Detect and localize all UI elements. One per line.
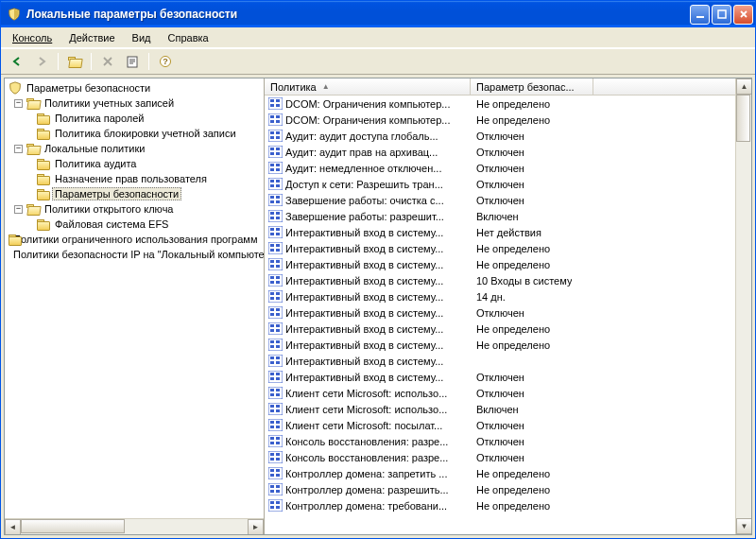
svg-rect-52 bbox=[268, 242, 283, 254]
svg-rect-119 bbox=[276, 453, 280, 456]
scroll-track[interactable] bbox=[736, 95, 751, 518]
policy-name: Интерактивный вход в систему... bbox=[285, 356, 471, 367]
menu-help[interactable]: Справка bbox=[161, 29, 216, 46]
properties-button[interactable] bbox=[122, 51, 143, 72]
tree-root[interactable]: Параметры безопасности bbox=[7, 80, 264, 96]
scroll-down-button[interactable]: ▼ bbox=[736, 518, 751, 534]
tree-software-restriction[interactable]: Политики ограниченного использования про… bbox=[7, 232, 264, 247]
list-row[interactable]: Интерактивный вход в систему...Нет дейст… bbox=[265, 224, 751, 240]
list-row[interactable]: Аудит: аудит доступа глобаль...Отключен bbox=[265, 128, 751, 144]
tree-public-key[interactable]: − Политики открытого ключа bbox=[7, 201, 264, 217]
list-pane: Политика ▲ Параметр безопас... DCOM: Огр… bbox=[265, 78, 751, 534]
svg-rect-94 bbox=[276, 373, 280, 375]
scroll-thumb[interactable] bbox=[21, 519, 125, 533]
scroll-left-button[interactable]: ◄ bbox=[5, 519, 21, 534]
svg-rect-135 bbox=[270, 506, 274, 509]
policy-name: Интерактивный вход в систему... bbox=[285, 291, 471, 303]
list-row[interactable]: Интерактивный вход в систему...Не опреде… bbox=[265, 240, 751, 256]
menu-console[interactable]: Консоль bbox=[5, 29, 60, 46]
list-row[interactable]: Контроллер домена: требовани...Не опреде… bbox=[265, 497, 751, 513]
nav-tree[interactable]: Параметры безопасности − Политики учетны… bbox=[5, 78, 264, 518]
collapse-icon[interactable]: − bbox=[14, 145, 23, 153]
list-row[interactable]: Интерактивный вход в систему...Отключен bbox=[265, 304, 751, 321]
svg-rect-16 bbox=[276, 120, 280, 123]
list-row[interactable]: Контроллер домена: разрешить...Не опреде… bbox=[265, 481, 751, 497]
column-policy[interactable]: Политика ▲ bbox=[265, 78, 471, 95]
list-row[interactable]: Аудит: немедленное отключен...Отключен bbox=[265, 160, 751, 176]
tree-user-rights[interactable]: Назначение прав пользователя bbox=[7, 171, 264, 186]
tree-lockout-policy[interactable]: Политика блокировки учетной записи bbox=[7, 126, 264, 141]
tree-audit-policy[interactable]: Политика аудита bbox=[7, 156, 264, 171]
svg-rect-132 bbox=[268, 499, 283, 512]
list-row[interactable]: Доступ к сети: Разрешить тран...Отключен bbox=[265, 176, 751, 192]
tree-account-policies[interactable]: − Политики учетных записей bbox=[7, 96, 264, 111]
list-row[interactable]: Контроллер домена: запретить ...Не опред… bbox=[265, 465, 751, 481]
back-button[interactable] bbox=[7, 51, 27, 72]
menu-view[interactable]: Вид bbox=[125, 29, 159, 46]
scroll-track[interactable] bbox=[21, 519, 248, 534]
svg-rect-61 bbox=[276, 265, 280, 268]
tree-horizontal-scrollbar[interactable]: ◄ ► bbox=[5, 518, 264, 534]
list-body[interactable]: DCOM: Ограничения компьютер...Не определ… bbox=[265, 96, 751, 534]
policy-icon bbox=[267, 322, 283, 337]
list-row[interactable]: DCOM: Ограничения компьютер...Не определ… bbox=[265, 96, 751, 112]
svg-rect-65 bbox=[270, 281, 274, 284]
column-setting[interactable]: Параметр безопас... bbox=[471, 78, 593, 95]
svg-rect-117 bbox=[268, 451, 283, 463]
tree-local-policies[interactable]: − Локальные политики bbox=[7, 141, 264, 156]
list-vertical-scrollbar[interactable]: ▲ ▼ bbox=[735, 78, 751, 534]
policy-icon bbox=[267, 466, 283, 481]
scroll-thumb[interactable] bbox=[736, 95, 750, 142]
list-row[interactable]: Аудит: аудит прав на архивац...Отключен bbox=[265, 144, 751, 160]
scroll-right-button[interactable]: ► bbox=[248, 519, 264, 534]
list-row[interactable]: Клиент сети Microsoft: использо...Включе… bbox=[265, 401, 751, 417]
list-row[interactable]: Завершение работы: разрешит...Включен bbox=[265, 208, 751, 224]
list-row[interactable]: Клиент сети Microsoft: использо...Отключ… bbox=[265, 385, 751, 401]
help-button[interactable]: ? bbox=[155, 51, 176, 72]
policy-name: Завершение работы: разрешит... bbox=[285, 211, 471, 222]
tree-efs[interactable]: Файловая система EFS bbox=[7, 217, 264, 232]
list-row[interactable]: Интерактивный вход в систему...Отключен bbox=[265, 369, 751, 385]
policy-value: Не определено bbox=[471, 468, 550, 479]
policy-value: Отключен bbox=[471, 372, 524, 383]
tree-security-options[interactable]: Параметры безопасности bbox=[7, 186, 264, 201]
list-row[interactable]: Завершение работы: очистка с...Отключен bbox=[265, 192, 751, 208]
list-row[interactable]: Интерактивный вход в систему...10 Входы … bbox=[265, 272, 751, 288]
list-row[interactable]: Интерактивный вход в систему...14 дн. bbox=[265, 288, 751, 304]
scroll-up-button[interactable]: ▲ bbox=[736, 78, 751, 95]
list-row[interactable]: Консоль восстановления: разре...Отключен bbox=[265, 449, 751, 465]
titlebar[interactable]: Локальные параметры безопасности bbox=[1, 1, 755, 27]
svg-rect-1 bbox=[718, 10, 726, 18]
close-button[interactable] bbox=[733, 5, 753, 25]
list-row[interactable]: Интерактивный вход в систему...Не опреде… bbox=[265, 337, 751, 353]
list-row[interactable]: DCOM: Ограничения компьютер...Не определ… bbox=[265, 112, 751, 128]
forward-button[interactable] bbox=[31, 51, 52, 72]
list-row[interactable]: Интерактивный вход в систему...Не опреде… bbox=[265, 321, 751, 337]
list-row[interactable]: Консоль восстановления: разре...Отключен bbox=[265, 433, 751, 449]
svg-rect-110 bbox=[270, 426, 274, 428]
tree-pane: Параметры безопасности − Политики учетны… bbox=[5, 78, 265, 534]
minimize-button[interactable] bbox=[690, 5, 710, 25]
menu-action[interactable]: Действие bbox=[61, 29, 122, 46]
list-row[interactable]: Интерактивный вход в систему...Не опреде… bbox=[265, 256, 751, 272]
folder-icon bbox=[37, 113, 50, 124]
list-row[interactable]: Клиент сети Microsoft: посылат...Отключе… bbox=[265, 417, 751, 433]
tree-ipsec[interactable]: Политики безопасности IP на "Локальный к… bbox=[7, 247, 264, 262]
collapse-icon[interactable]: − bbox=[14, 205, 23, 214]
list-row[interactable]: Интерактивный вход в систему... bbox=[265, 353, 751, 369]
svg-rect-122 bbox=[268, 467, 283, 479]
tree-password-policy[interactable]: Политика паролей bbox=[7, 111, 264, 126]
policy-icon bbox=[267, 450, 283, 465]
svg-rect-125 bbox=[270, 474, 274, 477]
delete-button[interactable] bbox=[97, 51, 118, 72]
policy-icon bbox=[267, 498, 283, 513]
policy-name: Контроллер домена: требовани... bbox=[285, 500, 471, 512]
policy-name: Интерактивный вход в систему... bbox=[285, 243, 471, 254]
policy-name: Аудит: аудит прав на архивац... bbox=[285, 147, 471, 158]
up-button[interactable] bbox=[64, 51, 85, 72]
collapse-icon[interactable]: − bbox=[14, 99, 23, 108]
policy-value: Отключен bbox=[471, 420, 524, 431]
svg-rect-124 bbox=[276, 469, 280, 472]
maximize-button[interactable] bbox=[712, 5, 731, 25]
svg-rect-42 bbox=[268, 210, 283, 222]
